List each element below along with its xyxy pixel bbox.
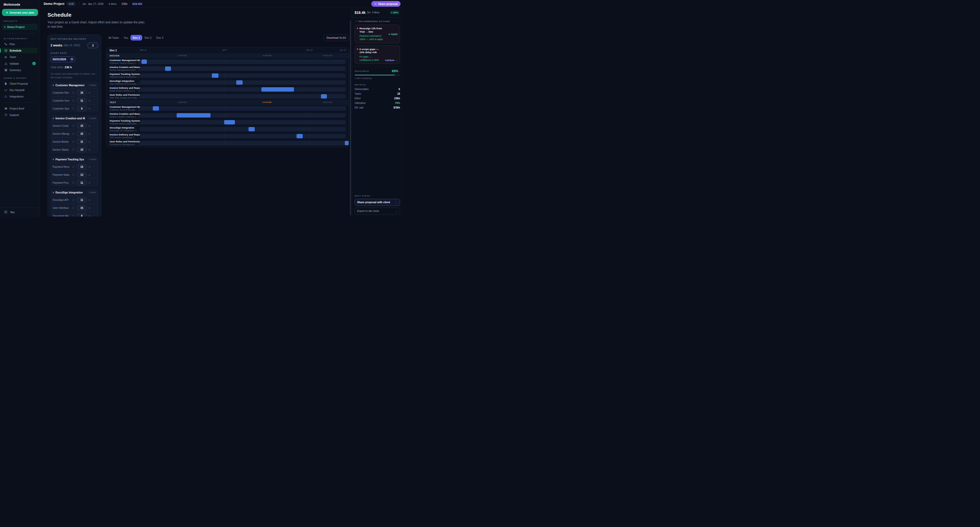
info-icon[interactable]: ⓘ	[72, 124, 74, 127]
info-icon[interactable]: ⓘ	[72, 181, 74, 184]
gantt-bar[interactable]	[212, 73, 218, 78]
sidebar-item-validate[interactable]: Validate 6	[2, 60, 38, 67]
sidebar-item-summary[interactable]: Summary	[2, 67, 38, 73]
info-icon[interactable]: ⓘ	[72, 165, 74, 168]
task-row: Invoice Manag ⓘ 15 h	[51, 130, 98, 138]
tab-dev-3[interactable]: Dev 3	[154, 35, 165, 41]
sidebar-item-demo-project[interactable]: Demo Project	[2, 24, 38, 30]
tab-all-tasks[interactable]: All Tasks	[106, 35, 121, 41]
gridline	[309, 67, 310, 71]
task-hours-input[interactable]: 15	[77, 164, 87, 169]
chevron-right-icon[interactable]: ›	[399, 70, 400, 72]
info-icon[interactable]: ⓘ	[72, 91, 74, 94]
gantt-bar[interactable]	[165, 67, 171, 71]
action-card-reassign[interactable]: Reassign 13h from Trial → Dev Reduces ov…	[355, 25, 400, 43]
metric-value: 6	[398, 88, 400, 90]
info-icon[interactable]: ⓘ	[138, 69, 140, 71]
gantt-bar[interactable]	[296, 134, 303, 138]
info-icon[interactable]: ⓘ	[72, 107, 74, 110]
validate-link[interactable]: Validate →	[385, 59, 398, 62]
sidebar-item-support[interactable]: Support	[2, 112, 38, 118]
info-icon[interactable]: ⓘ	[137, 76, 139, 78]
sidebar-item-label: Project Brief	[10, 107, 24, 110]
apply-button[interactable]: ▸ Apply	[389, 33, 398, 35]
action-card-scope-gaps[interactable]: 6 scope gaps — 23% delay risk Fix gaps →…	[355, 45, 400, 64]
task-hours-input[interactable]: 15	[77, 90, 87, 95]
task-hours-input[interactable]: 11	[77, 98, 87, 103]
task-hours-input[interactable]: 10	[77, 147, 87, 152]
sidebar-item-label: Team	[10, 56, 16, 59]
start-date-field[interactable]: 03/31/2026	[51, 56, 75, 62]
task-hours-input[interactable]: 15	[77, 123, 87, 128]
generate-plan-button[interactable]: ✦ Generate your plan	[2, 9, 38, 16]
sidebar-item-schedule[interactable]: Schedule	[2, 48, 38, 53]
divider	[352, 17, 402, 17]
info-icon[interactable]: ⓘ	[72, 198, 74, 202]
task-hours-input[interactable]: 13	[77, 172, 87, 177]
tab-dev-1[interactable]: Dev 1	[130, 35, 142, 41]
info-icon[interactable]: ⓘ	[72, 140, 74, 143]
task-hours-input[interactable]: 11	[77, 180, 87, 185]
info-icon[interactable]: ⓘ	[72, 214, 74, 217]
recommended-actions-label: RECOMMENDED ACTIONS	[355, 20, 400, 22]
arrow-right-icon: →	[395, 201, 398, 204]
info-icon[interactable]: ⓘ	[72, 99, 74, 102]
info-icon[interactable]: ⓘ	[138, 89, 140, 92]
gantt-bar[interactable]	[177, 113, 210, 117]
gantt-task-subtitle: Customer Invoice History V...	[110, 62, 138, 64]
task-label: User Interface	[52, 206, 71, 210]
next-step-label: Export to dev tools	[357, 210, 379, 213]
avatar[interactable]: Y	[3, 210, 8, 214]
sidebar-item-label: Integrations	[10, 95, 24, 98]
task-hours-input[interactable]: 15	[77, 131, 87, 136]
info-icon[interactable]: ⓘ	[135, 129, 137, 132]
stepper-down-icon[interactable]: ⌄	[96, 45, 97, 47]
stepper-up-icon[interactable]: ⌃	[96, 44, 97, 45]
tab-you[interactable]: You	[121, 35, 130, 41]
task-hours-input[interactable]: 11	[77, 139, 87, 144]
gantt-bar[interactable]	[153, 106, 159, 111]
sidebar-item-client-proposal[interactable]: Client Proposal	[2, 81, 38, 86]
sidebar-item-plan[interactable]: Plan	[2, 41, 38, 47]
task-hours-input[interactable]: 11	[77, 197, 87, 202]
share-with-client-button[interactable]: Share proposal with client →	[355, 199, 400, 206]
sidebar-item-dev-handoff[interactable]: Dev Handoff	[2, 87, 38, 93]
calendar-icon[interactable]	[71, 58, 73, 60]
gantt-bar[interactable]	[142, 60, 147, 64]
task-row: DocuSign API ⓘ 11 h	[51, 196, 98, 204]
info-icon[interactable]: ⓘ	[72, 206, 74, 210]
sidebar-item-team[interactable]: Team	[2, 54, 38, 60]
info-icon[interactable]: ⓘ	[72, 148, 74, 151]
info-icon[interactable]: ⓘ	[132, 136, 135, 139]
info-icon[interactable]: ⓘ	[138, 143, 140, 146]
risk-dot-icon	[357, 28, 358, 29]
tab-dev-2[interactable]: Dev 2	[142, 35, 154, 41]
task-hours-input[interactable]: 8	[77, 213, 87, 217]
weeks-stepper[interactable]: 2 ⌃ ⌄	[88, 43, 98, 48]
metric-row: Deliverables6	[355, 88, 400, 90]
separator: ·	[129, 2, 130, 5]
info-icon[interactable]: ⓘ	[137, 83, 139, 86]
share-proposal-button[interactable]: Share proposal	[371, 1, 401, 7]
info-icon[interactable]: ⓘ	[138, 108, 140, 111]
task-hours-input[interactable]: 15	[77, 205, 87, 210]
next-steps: NEXT STEPS Share proposal with client → …	[355, 195, 400, 214]
info-icon[interactable]: ⓘ	[72, 173, 74, 176]
gantt-bar[interactable]	[248, 127, 255, 131]
plan-icon	[4, 43, 8, 46]
sidebar-item-integrations[interactable]: Integrations	[2, 94, 38, 99]
export-dev-tools-button[interactable]: Export to dev tools →	[355, 208, 400, 214]
main-scrollbar[interactable]	[350, 21, 351, 216]
gantt-bar[interactable]	[236, 80, 243, 85]
download-xlsx-button[interactable]: Download XLSX	[323, 34, 349, 41]
sidebar-item-project-brief[interactable]: Project Brief	[2, 106, 38, 111]
gantt-bar[interactable]	[321, 94, 327, 98]
in-project-section-label: IN YOUR PROJECT	[3, 38, 36, 40]
info-icon[interactable]: ⓘ	[72, 132, 74, 135]
gantt-bar[interactable]	[224, 120, 235, 124]
gantt-bar[interactable]	[261, 87, 294, 92]
task-hours-input[interactable]: 9	[77, 106, 87, 111]
action-title: Reassign 13h from Trial → Dev	[360, 27, 387, 33]
gantt-bar[interactable]	[345, 141, 348, 145]
gantt-task-subtitle: Invoice Creation Interface (...	[110, 116, 138, 118]
